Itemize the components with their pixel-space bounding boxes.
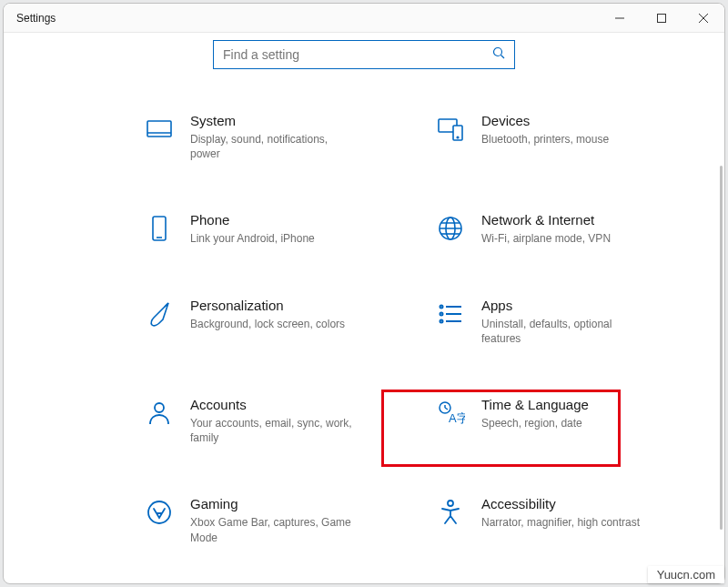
time-language-icon: A字 — [436, 399, 465, 428]
svg-line-28 — [445, 408, 448, 410]
category-personalization[interactable]: Personalization Background, lock screen,… — [145, 298, 390, 346]
category-desc: Display, sound, notifications, power — [190, 132, 354, 161]
svg-point-31 — [448, 501, 453, 506]
category-gaming[interactable]: Gaming Xbox Game Bar, captures, Game Mod… — [145, 496, 390, 544]
category-title: Accounts — [190, 397, 354, 412]
svg-rect-6 — [147, 121, 171, 137]
category-system[interactable]: System Display, sound, notifications, po… — [145, 113, 390, 161]
svg-text:A字: A字 — [449, 411, 465, 425]
window-title: Settings — [16, 12, 56, 25]
category-desc: Background, lock screen, colors — [190, 317, 354, 331]
settings-window: Settings — [3, 3, 725, 584]
svg-rect-11 — [153, 217, 166, 240]
category-title: Accessibility — [481, 496, 645, 511]
svg-point-4 — [494, 48, 502, 56]
close-icon — [699, 14, 708, 23]
category-desc: Xbox Game Bar, captures, Game Mode — [190, 515, 354, 544]
content-area: System Display, sound, notifications, po… — [4, 75, 724, 583]
svg-point-23 — [440, 319, 443, 322]
category-apps[interactable]: Apps Uninstall, defaults, optional featu… — [436, 298, 682, 346]
scrollbar-thumb[interactable] — [720, 166, 723, 530]
globe-icon — [436, 214, 465, 243]
minimize-button[interactable] — [599, 4, 641, 33]
search-box[interactable] — [213, 40, 515, 69]
title-bar: Settings — [4, 4, 724, 33]
category-desc: Link your Android, iPhone — [190, 231, 354, 246]
category-title: Network & Internet — [481, 212, 645, 228]
system-icon — [145, 115, 174, 144]
svg-point-19 — [440, 305, 443, 308]
svg-point-21 — [440, 312, 443, 315]
category-title: Gaming — [190, 496, 354, 511]
phone-icon — [145, 214, 174, 243]
brush-icon — [145, 299, 174, 329]
category-time-language[interactable]: A字 Time & Language Speech, region, date — [436, 397, 682, 445]
search-input[interactable] — [223, 47, 492, 62]
gaming-icon — [145, 498, 174, 527]
category-phone[interactable]: Phone Link your Android, iPhone — [145, 212, 390, 246]
svg-point-10 — [457, 137, 459, 138]
svg-rect-1 — [658, 14, 666, 22]
watermark: Yuucn.com — [648, 566, 724, 583]
accessibility-icon — [436, 498, 465, 527]
svg-line-5 — [501, 56, 505, 59]
category-title: Apps — [481, 298, 645, 313]
category-desc: Narrator, magnifier, high contrast — [481, 515, 645, 530]
maximize-icon — [657, 14, 666, 23]
maximize-button[interactable] — [641, 4, 682, 33]
category-desc: Wi-Fi, airplane mode, VPN — [481, 231, 645, 246]
category-network[interactable]: Network & Internet Wi-Fi, airplane mode,… — [436, 212, 682, 246]
category-desc: Speech, region, date — [481, 416, 645, 430]
category-title: Devices — [481, 113, 645, 128]
search-area — [4, 33, 724, 75]
devices-icon — [436, 115, 465, 144]
search-icon — [492, 46, 505, 63]
categories-grid: System Display, sound, notifications, po… — [145, 113, 724, 545]
apps-icon — [436, 299, 465, 329]
category-title: Personalization — [190, 298, 354, 313]
category-title: Phone — [190, 212, 354, 228]
category-desc: Your accounts, email, sync, work, family — [190, 416, 354, 445]
category-devices[interactable]: Devices Bluetooth, printers, mouse — [436, 113, 682, 161]
category-accessibility[interactable]: Accessibility Narrator, magnifier, high … — [436, 496, 682, 544]
category-desc: Uninstall, defaults, optional features — [481, 317, 645, 346]
svg-point-25 — [155, 403, 164, 412]
minimize-icon — [615, 14, 624, 23]
category-title: Time & Language — [481, 397, 645, 412]
close-button[interactable] — [682, 4, 724, 33]
person-icon — [145, 399, 174, 428]
category-accounts[interactable]: Accounts Your accounts, email, sync, wor… — [145, 397, 390, 445]
svg-point-30 — [148, 501, 170, 523]
category-title: System — [190, 113, 354, 128]
category-desc: Bluetooth, printers, mouse — [481, 132, 645, 147]
